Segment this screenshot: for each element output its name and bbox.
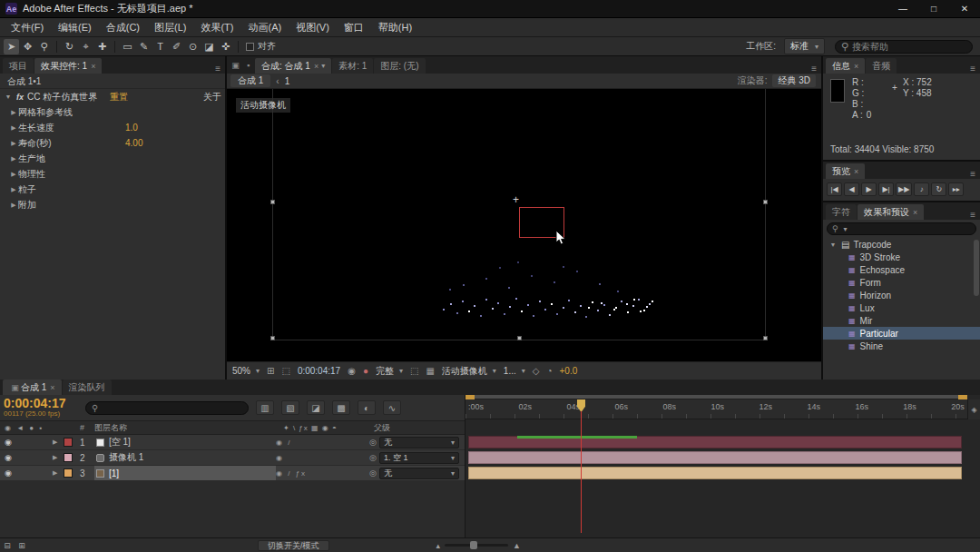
- lock-icon[interactable]: ▪: [242, 61, 254, 70]
- property-row[interactable]: ▶ 附加: [0, 197, 225, 212]
- layer-switches[interactable]: ◉: [276, 454, 367, 462]
- zoom-tool-icon[interactable]: ⚲: [36, 39, 52, 54]
- layer-name[interactable]: [1]: [94, 466, 276, 480]
- first-frame-button[interactable]: |◀: [827, 182, 842, 196]
- zoom-slider-thumb[interactable]: [470, 541, 477, 549]
- play-button[interactable]: ▶: [861, 182, 877, 196]
- column-layer-name[interactable]: 图层名称: [94, 422, 283, 434]
- menu-item-file[interactable]: 文件(F): [4, 21, 51, 34]
- panel-menu-icon[interactable]: ≡: [211, 64, 225, 74]
- menu-item-effect[interactable]: 效果(T): [193, 21, 240, 34]
- eye-icon[interactable]: ◉: [5, 468, 12, 478]
- magnification-select[interactable]: 50% ▾: [232, 366, 260, 376]
- panel-menu-icon[interactable]: ≡: [965, 64, 980, 74]
- help-search-input[interactable]: [852, 42, 966, 52]
- camera-tool-icon[interactable]: ⌖: [78, 39, 93, 54]
- layer-bar-2[interactable]: [468, 451, 962, 464]
- shy-icon[interactable]: ◪: [307, 400, 325, 415]
- brush-tool-icon[interactable]: ✐: [169, 39, 184, 54]
- layer-handle[interactable]: [517, 336, 522, 340]
- snapshot-icon[interactable]: ◉: [348, 366, 356, 376]
- layer-bar-1[interactable]: [468, 436, 962, 448]
- effect-item-shine[interactable]: ▦Shine: [823, 340, 980, 352]
- puppet-pin-tool-icon[interactable]: ✜: [218, 39, 233, 54]
- property-row[interactable]: ▶ 生长速度 1.0: [0, 120, 225, 135]
- effect-item-mir[interactable]: ▦Mir: [823, 314, 980, 327]
- tab-effect-controls[interactable]: 效果控件: 1 ×: [34, 58, 102, 74]
- hand-tool-icon[interactable]: ✥: [20, 39, 35, 54]
- close-icon[interactable]: ×: [91, 62, 95, 71]
- graph-editor-icon[interactable]: ∿: [383, 400, 401, 415]
- layer-handle[interactable]: [763, 336, 768, 340]
- folder-row-trapcode[interactable]: ▼ ▤ Trapcode: [823, 238, 980, 251]
- effect-header[interactable]: ▼ fx CC 粒子仿真世界 重置 关于: [0, 89, 225, 104]
- motion-blur-icon[interactable]: ◐: [358, 400, 376, 415]
- expand-layer-pane-icon[interactable]: ⊟: [0, 541, 15, 550]
- transparency-grid-icon[interactable]: ▦: [426, 366, 434, 376]
- region-of-interest-icon[interactable]: ⬚: [410, 366, 418, 376]
- camera-view-select[interactable]: 活动摄像机 ▾: [442, 365, 496, 378]
- chevron-down-icon[interactable]: ▾: [321, 62, 325, 70]
- twirl-closed-icon[interactable]: ▶: [9, 109, 18, 116]
- menu-item-view[interactable]: 视图(V): [289, 21, 337, 34]
- twirl-open-icon[interactable]: ▼: [828, 242, 838, 248]
- ram-preview-button[interactable]: ▸▸: [948, 182, 964, 196]
- twirl-closed-icon[interactable]: ▶: [9, 171, 18, 178]
- time-ruler[interactable]: :00s 02s 04s 06s 08s 10s 12s 14s 16s 18s…: [466, 399, 967, 419]
- zoom-in-mountain-icon[interactable]: ▲: [513, 541, 521, 550]
- property-row[interactable]: ▶ 网格和参考线: [0, 104, 225, 120]
- effect-item-form[interactable]: ▦Form: [823, 276, 980, 289]
- effect-item-echospace[interactable]: ▦Echospace: [823, 263, 980, 276]
- property-row[interactable]: ▶ 生产地: [0, 151, 225, 166]
- comp-marker-bin-icon[interactable]: ◈: [967, 399, 980, 419]
- layer-color-swatch[interactable]: [64, 453, 73, 462]
- draft-3d-icon[interactable]: ▧: [281, 400, 299, 415]
- effect-about-link[interactable]: 关于: [203, 91, 221, 104]
- selection-tool-icon[interactable]: ➤: [4, 39, 19, 54]
- layer-row-3[interactable]: ◉ ▶ 3 [1] ◉ / ƒx ◎ 无 ▾: [0, 466, 465, 481]
- menu-item-help[interactable]: 帮助(H): [371, 21, 419, 34]
- layer-row-2[interactable]: ◉ ▶ 2 摄像机 1 ◉ ◎ 1. 空 1 ▾: [0, 450, 465, 466]
- layer-color-swatch[interactable]: [64, 438, 73, 447]
- parent-select[interactable]: 1. 空 1 ▾: [379, 452, 459, 464]
- tab-composition[interactable]: 合成: 合成 1 × ▾: [255, 58, 331, 74]
- pickwhip-icon[interactable]: ◎: [367, 453, 379, 462]
- tab-preview[interactable]: 预览 ×: [826, 163, 865, 179]
- tab-footage[interactable]: 素材: 1: [332, 58, 373, 74]
- anchor-point-icon[interactable]: +: [513, 194, 519, 205]
- effect-reset-link[interactable]: 重置: [110, 91, 128, 104]
- column-hash[interactable]: #: [80, 423, 94, 432]
- pan-behind-tool-icon[interactable]: ✚: [94, 39, 110, 54]
- layer-switches[interactable]: ◉ / ƒx: [276, 469, 367, 478]
- layer-handle[interactable]: [270, 200, 275, 204]
- tab-info[interactable]: 信息 ×: [826, 58, 865, 74]
- rotation-tool-icon[interactable]: ↻: [62, 39, 77, 54]
- composition-flowchart-icon[interactable]: ▥: [256, 400, 274, 415]
- property-value[interactable]: 1.0: [125, 123, 138, 133]
- current-timecode[interactable]: 0:00:04:17: [4, 398, 78, 409]
- fast-preview-icon[interactable]: ◔: [546, 366, 552, 376]
- property-row[interactable]: ▶ 物理性: [0, 166, 225, 182]
- menu-item-animation[interactable]: 动画(A): [241, 21, 289, 34]
- mask-visibility-icon[interactable]: ⬚: [281, 366, 289, 376]
- last-frame-button[interactable]: ▶▶: [896, 182, 912, 196]
- panel-menu-icon[interactable]: ≡: [807, 64, 821, 74]
- tab-audio[interactable]: 音频: [866, 58, 897, 74]
- toggle-switches-modes-button[interactable]: 切换开关/模式: [258, 540, 329, 551]
- close-icon[interactable]: ×: [314, 62, 318, 71]
- next-frame-button[interactable]: ▶|: [878, 182, 894, 196]
- effect-item-horizon[interactable]: ▦Horizon: [823, 289, 980, 301]
- zoom-out-mountain-icon[interactable]: ▴: [436, 541, 441, 550]
- layer-color-swatch[interactable]: [64, 468, 73, 478]
- clone-stamp-tool-icon[interactable]: ⊙: [185, 39, 201, 54]
- menu-item-composition[interactable]: 合成(C): [99, 21, 147, 34]
- tab-timeline-comp[interactable]: ▣ 合成 1 ×: [3, 380, 62, 395]
- layer-name[interactable]: [空 1]: [94, 435, 276, 449]
- property-value[interactable]: 4.00: [125, 138, 142, 148]
- tab-effects-presets[interactable]: 效果和预设 ×: [858, 204, 924, 220]
- close-icon[interactable]: ×: [854, 167, 858, 176]
- layer-row-1[interactable]: ◉ ▶ 1 [空 1] ◉ / ◎ 无 ▾: [0, 435, 465, 450]
- exposure-value[interactable]: +0.0: [560, 366, 578, 376]
- effects-search[interactable]: ⚲ ▾: [827, 222, 976, 235]
- maximize-button[interactable]: □: [918, 0, 949, 17]
